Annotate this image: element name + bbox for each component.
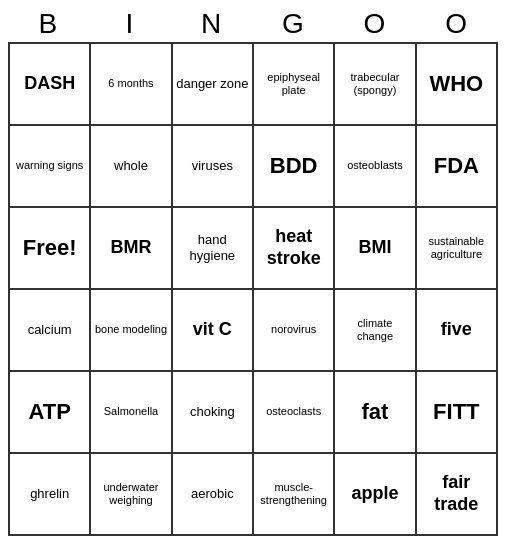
cell-label: epiphyseal plate [257,71,330,97]
cell-label: BMI [358,237,391,259]
bingo-cell[interactable]: choking [173,372,254,454]
cell-label: five [441,319,472,341]
cell-label: bone modeling [95,323,167,336]
bingo-cell[interactable]: BMR [91,208,172,290]
bingo-cell[interactable]: FDA [417,126,498,208]
cell-label: ATP [28,399,70,425]
cell-label: BDD [270,153,318,179]
bingo-cell[interactable]: climate change [335,290,416,372]
bingo-cell[interactable]: epiphyseal plate [254,44,335,126]
bingo-cell[interactable]: bone modeling [91,290,172,372]
cell-label: WHO [429,71,483,97]
bingo-cell[interactable]: vit C [173,290,254,372]
cell-label: FDA [434,153,479,179]
cell-label: DASH [24,73,75,95]
cell-label: Free! [23,235,77,261]
cell-label: heat stroke [257,226,330,269]
bingo-header: BINGOO [8,8,498,40]
bingo-cell[interactable]: Salmonella [91,372,172,454]
bingo-cell[interactable]: apple [335,454,416,536]
cell-label: FITT [433,399,479,425]
bingo-cell[interactable]: fat [335,372,416,454]
bingo-cell[interactable]: norovirus [254,290,335,372]
cell-label: danger zone [176,76,248,92]
header-letter-I: I [90,8,172,40]
header-letter-N: N [171,8,253,40]
header-letter-B: B [8,8,90,40]
bingo-cell[interactable]: whole [91,126,172,208]
cell-label: osteoclasts [266,405,321,418]
header-letter-O: O [416,8,498,40]
cell-label: calcium [28,322,72,338]
bingo-cell[interactable]: danger zone [173,44,254,126]
cell-label: BMR [110,237,151,259]
bingo-cell[interactable]: DASH [10,44,91,126]
bingo-cell[interactable]: FITT [417,372,498,454]
bingo-cell[interactable]: trabecular (spongy) [335,44,416,126]
header-letter-G: G [253,8,335,40]
bingo-cell[interactable]: osteoblasts [335,126,416,208]
cell-label: climate change [338,317,411,343]
bingo-cell[interactable]: heat stroke [254,208,335,290]
cell-label: 6 months [108,77,153,90]
cell-label: muscle-strengthening [257,481,330,507]
cell-label: vit C [193,319,232,341]
cell-label: whole [114,158,148,174]
bingo-cell[interactable]: BDD [254,126,335,208]
cell-label: fat [362,399,389,425]
bingo-cell[interactable]: ghrelin [10,454,91,536]
cell-label: norovirus [271,323,316,336]
bingo-cell[interactable]: osteoclasts [254,372,335,454]
bingo-cell[interactable]: sustainable agriculture [417,208,498,290]
cell-label: warning signs [16,159,83,172]
bingo-cell[interactable]: fair trade [417,454,498,536]
cell-label: hand hygiene [176,232,249,263]
bingo-cell[interactable]: aerobic [173,454,254,536]
bingo-cell[interactable]: WHO [417,44,498,126]
bingo-cell[interactable]: hand hygiene [173,208,254,290]
cell-label: viruses [192,158,233,174]
bingo-cell[interactable]: BMI [335,208,416,290]
cell-label: aerobic [191,486,234,502]
cell-label: underwater weighing [94,481,167,507]
bingo-grid: DASH6 monthsdanger zoneepiphyseal platet… [8,42,498,536]
bingo-cell[interactable]: ATP [10,372,91,454]
header-letter-O: O [335,8,417,40]
bingo-cell[interactable]: Free! [10,208,91,290]
bingo-cell[interactable]: 6 months [91,44,172,126]
bingo-cell[interactable]: warning signs [10,126,91,208]
bingo-cell[interactable]: muscle-strengthening [254,454,335,536]
bingo-cell[interactable]: calcium [10,290,91,372]
bingo-cell[interactable]: five [417,290,498,372]
cell-label: sustainable agriculture [420,235,493,261]
bingo-cell[interactable]: viruses [173,126,254,208]
cell-label: trabecular (spongy) [338,71,411,97]
cell-label: apple [351,483,398,505]
cell-label: osteoblasts [347,159,403,172]
cell-label: choking [190,404,235,420]
cell-label: ghrelin [30,486,69,502]
bingo-cell[interactable]: underwater weighing [91,454,172,536]
cell-label: Salmonella [104,405,158,418]
cell-label: fair trade [420,472,493,515]
